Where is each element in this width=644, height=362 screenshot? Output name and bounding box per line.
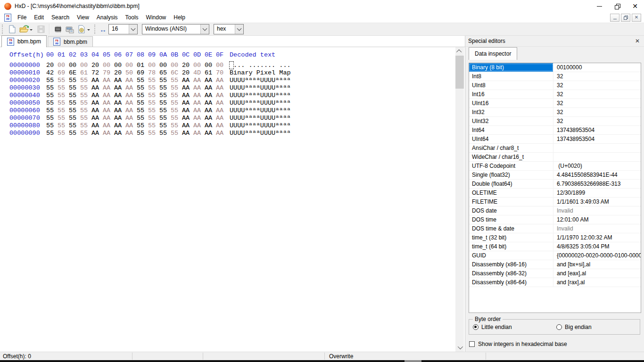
hex-byte[interactable]: 55 <box>171 77 178 84</box>
inspector-row[interactable]: time_t (32 bit)1/1/1970 12:00:32 AM <box>469 233 641 242</box>
inspector-row[interactable]: Binary (8 bit)00100000 <box>469 63 641 72</box>
hex-byte[interactable]: 55 <box>46 122 54 130</box>
inspector-row[interactable]: Disassembly (x86-64)and [rax],al <box>469 278 641 287</box>
mdi-close-button[interactable]: ✕ <box>632 14 641 22</box>
inspector-row-value[interactable]: 4/8/6325 3:05:04 PM <box>553 242 641 251</box>
hex-byte[interactable]: 55 <box>137 99 144 107</box>
scroll-up-button[interactable] <box>455 47 464 55</box>
hex-byte[interactable]: 55 <box>58 92 65 99</box>
hex-byte[interactable]: AA <box>91 107 99 115</box>
menu-item-help[interactable]: Help <box>170 13 189 22</box>
hex-byte[interactable]: 00 <box>171 62 178 69</box>
hex-byte[interactable]: AA <box>216 92 223 99</box>
inspector-row-value[interactable]: and [bx+si],al <box>553 260 641 269</box>
decoded-text[interactable]: Binary Pixel Map <box>230 69 291 77</box>
inspector-row-value[interactable]: and [eax],al <box>553 269 641 278</box>
hex-byte[interactable]: AA <box>182 99 190 107</box>
hex-byte[interactable]: AA <box>103 84 110 92</box>
open-file-button[interactable] <box>18 24 30 35</box>
hex-row-offset[interactable]: 00000020 <box>9 77 40 84</box>
hex-byte[interactable]: AA <box>193 107 201 115</box>
hex-byte[interactable]: AA <box>193 99 201 107</box>
menu-item-search[interactable]: Search <box>48 13 73 22</box>
hex-byte[interactable]: 55 <box>69 130 76 137</box>
hex-row-offset[interactable]: 00000030 <box>9 84 40 92</box>
hex-byte[interactable]: 4D <box>193 69 201 77</box>
inspector-row-value[interactable]: 12:01:00 AM <box>553 215 641 224</box>
toolbar-gripper-2[interactable] <box>94 25 97 34</box>
new-file-button[interactable] <box>6 24 18 35</box>
hex-byte[interactable]: 61 <box>205 69 212 77</box>
menu-item-analysis[interactable]: Analysis <box>93 13 122 22</box>
inspector-row[interactable]: Int1632 <box>469 90 641 99</box>
bytes-per-row-select[interactable]: 16 <box>108 24 138 34</box>
hex-byte[interactable]: 55 <box>46 107 54 115</box>
hex-byte[interactable]: 70 <box>216 69 223 77</box>
inspector-row-value[interactable]: 1/1/1601 3:49:03 AM <box>553 197 641 206</box>
hex-byte[interactable]: AA <box>205 92 212 99</box>
hex-byte[interactable]: 00 <box>80 62 88 69</box>
hex-byte[interactable]: 55 <box>80 84 88 92</box>
hex-byte[interactable]: 50 <box>125 69 133 77</box>
hex-byte[interactable]: 55 <box>58 107 65 115</box>
hex-byte[interactable]: AA <box>91 92 99 99</box>
hex-byte[interactable]: 61 <box>80 69 88 77</box>
scrollbar-thumb[interactable] <box>455 56 464 89</box>
inspector-row-value[interactable]: 137438953504 <box>553 135 641 143</box>
toolbar-gripper[interactable] <box>2 25 5 34</box>
hex-byte[interactable]: 55 <box>46 115 54 122</box>
tab-data-inspector[interactable]: Data inspector <box>469 47 517 60</box>
hex-byte[interactable]: 55 <box>80 130 88 137</box>
hex-byte[interactable]: AA <box>216 115 223 122</box>
hex-byte[interactable]: AA <box>193 84 201 92</box>
inspector-row-value[interactable]: 00100000 <box>553 63 641 72</box>
hex-byte[interactable]: AA <box>193 115 201 122</box>
inspector-row[interactable]: Int64137438953504 <box>469 126 641 135</box>
hex-byte[interactable]: 55 <box>58 115 65 122</box>
hex-byte[interactable]: 20 <box>182 62 190 69</box>
inspector-row[interactable]: GUID{00000020-0020-0000-0100-00002 <box>469 251 641 260</box>
hex-byte[interactable]: 55 <box>171 84 178 92</box>
decoded-text[interactable]: UUUUªªªªUUUUªªªª <box>230 130 291 137</box>
hex-byte[interactable]: 55 <box>46 84 54 92</box>
hex-byte[interactable]: 6E <box>69 69 76 77</box>
inspector-row[interactable]: AnsiChar / char8_t <box>469 144 641 153</box>
hex-byte[interactable]: AA <box>103 130 110 137</box>
hex-editor[interactable]: Offset(h)000102030405060708090A0B0C0D0E0… <box>0 47 455 352</box>
menu-item-tools[interactable]: Tools <box>122 13 142 22</box>
hex-byte[interactable]: 20 <box>114 69 122 77</box>
hex-byte[interactable]: AA <box>216 107 223 115</box>
menu-item-edit[interactable]: Edit <box>30 13 48 22</box>
hex-byte[interactable]: 55 <box>137 122 144 130</box>
hex-byte[interactable]: 55 <box>159 130 167 137</box>
inspector-row[interactable]: Int832 <box>469 72 641 81</box>
hex-byte[interactable]: 55 <box>171 99 178 107</box>
hex-byte[interactable]: 55 <box>148 84 156 92</box>
menu-item-view[interactable]: View <box>73 13 93 22</box>
hex-byte[interactable]: AA <box>182 107 190 115</box>
hex-byte[interactable]: AA <box>103 122 110 130</box>
hex-byte[interactable]: 55 <box>159 77 167 84</box>
hex-byte[interactable]: 55 <box>58 99 65 107</box>
hex-byte[interactable]: 20 <box>46 62 54 69</box>
open-memory-button[interactable] <box>52 24 64 35</box>
hex-byte[interactable]: AA <box>114 130 122 137</box>
hex-byte[interactable]: 55 <box>148 130 156 137</box>
hex-byte[interactable]: 20 <box>91 62 99 69</box>
hex-byte[interactable]: AA <box>182 115 190 122</box>
inspector-row-value[interactable]: 32 <box>553 90 641 99</box>
panel-close-icon[interactable]: ✕ <box>635 38 640 44</box>
decoded-text[interactable]: UUUUªªªªUUUUªªªª <box>230 115 291 122</box>
hex-byte[interactable]: AA <box>114 115 122 122</box>
close-button[interactable]: ✕ <box>626 0 644 12</box>
hex-byte[interactable]: AA <box>91 77 99 84</box>
hex-row-offset[interactable]: 00000070 <box>9 115 40 122</box>
hex-byte[interactable]: AA <box>216 99 223 107</box>
hex-byte[interactable]: 55 <box>148 99 156 107</box>
hex-byte[interactable]: 55 <box>80 92 88 99</box>
hex-byte[interactable]: 55 <box>58 122 65 130</box>
hex-base-option[interactable]: Show integers in hexadecimal base <box>469 341 567 347</box>
inspector-row-value[interactable]: 32 <box>553 117 641 125</box>
hex-byte[interactable]: 55 <box>80 122 88 130</box>
base-dropdown[interactable] <box>235 25 243 34</box>
